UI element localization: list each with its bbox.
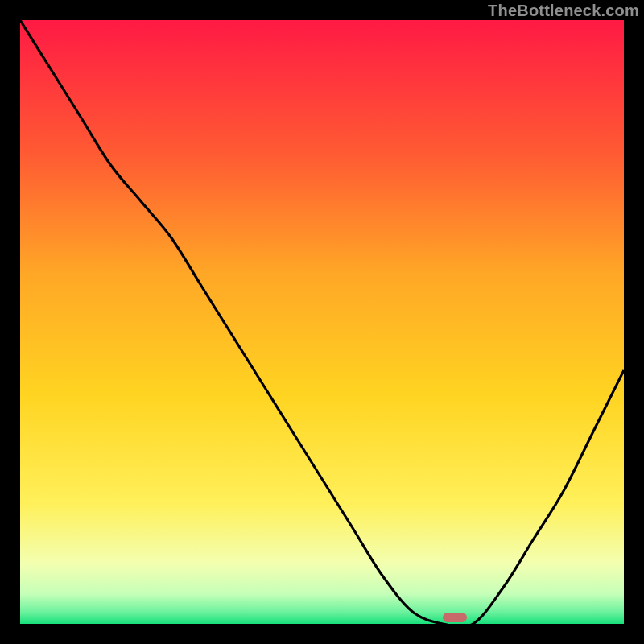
cursor-marker[interactable] (443, 613, 467, 622)
bottleneck-curve (20, 20, 624, 624)
plot-area (20, 20, 624, 624)
chart-frame: TheBottleneck.com (0, 0, 644, 644)
watermark-text: TheBottleneck.com (488, 2, 639, 20)
